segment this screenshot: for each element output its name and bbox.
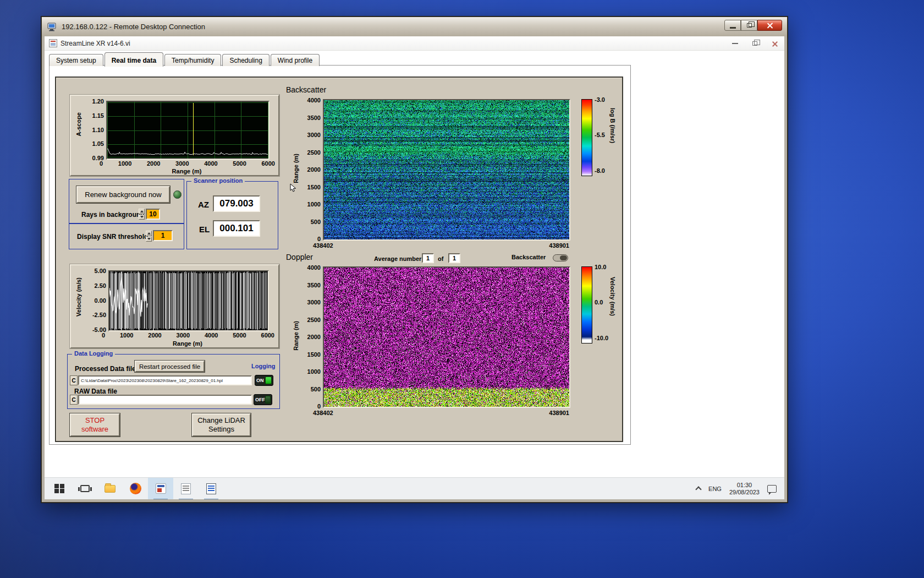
backscatter-y-tick: 2500 [307,150,321,156]
spinner-down-icon[interactable] [146,237,152,242]
scanner-position-title: Scanner position [191,177,245,184]
rdp-close-button[interactable] [757,20,782,31]
doppler-y-tick: 2000 [307,334,321,340]
app-titlebar: StreamLine XR v14-6.vi [45,36,784,51]
ascope-x-tick: 2000 [147,161,160,167]
tab-bar: System setup Real time data Temp/humidit… [49,51,321,66]
velocity-x-tick: 4000 [205,332,218,339]
toggle-on-label: ON [256,378,264,383]
processed-path-field[interactable]: C:\Lidar\Data\Proc\2023\202308\20230829\… [78,375,252,385]
processed-logging-toggle[interactable]: ON [255,375,273,386]
velocity-y-axis: 5.00 2.50 0.00 -2.50 -5.00 [84,268,106,333]
stop-button-line2: software [81,425,108,434]
velocity-x-axis-label: Range (m) [108,340,267,347]
app-title: StreamLine XR v14-6.vi [61,40,130,47]
elevation-value-field[interactable]: 000.101 [213,220,260,237]
backscatter-y-tick: 4000 [307,97,321,103]
velocity-y-axis-label: Velocity (m/s) [75,277,82,317]
azimuth-value-field[interactable]: 079.003 [213,195,260,212]
snr-value-field[interactable]: 1 [153,230,173,241]
processed-drive-button[interactable]: C [70,375,78,385]
doppler-y-axis: 4000 3500 3000 2500 2000 1500 1000 500 0 [299,265,321,410]
task-view-button[interactable] [72,478,97,500]
rays-value-field[interactable]: 10 [146,209,160,220]
doppler-colorbar [581,266,592,343]
spinner-up-icon[interactable] [146,231,152,236]
main-panel: A-scope 1.20 1.15 1.10 1.05 0.99 0 [55,77,623,442]
streamline-app-window: StreamLine XR v14-6.vi System setup Real… [45,36,784,477]
app-close-button[interactable] [772,41,778,47]
data-logging-title: Data Logging [72,350,115,357]
raw-data-file-label: RAW Data file [74,388,117,395]
ascope-x-tick: 0 [100,161,103,167]
snr-spinner[interactable] [146,231,152,242]
velocity-y-tick: -2.50 [92,312,106,318]
renew-background-button[interactable]: Renew background now [76,186,170,203]
change-button-line2: Settings [208,425,234,434]
average-number-field[interactable]: 1 [422,253,434,263]
snr-threshold-box: Display SNR threshold 1 [69,223,184,249]
notification-center-icon[interactable] [767,485,777,493]
doppler-backscatter-toggle[interactable] [553,254,568,261]
tab-scheduling[interactable]: Scheduling [222,54,269,66]
computer-icon [47,23,57,31]
average-total-field[interactable]: 1 [448,253,460,263]
logging-label: Logging [251,363,275,369]
app-minimize-button[interactable] [732,43,738,44]
list-document-icon [206,483,216,494]
tab-real-time-data[interactable]: Real time data [105,52,163,67]
velocity-group: Velocity (m/s) 5.00 2.50 0.00 -2.50 -5.0… [70,264,279,348]
tab-wind-profile[interactable]: Wind profile [271,54,320,66]
doppler-y-tick: 4000 [307,265,321,271]
velocity-y-tick: 2.50 [95,283,106,289]
velocity-y-tick: 0.00 [95,298,106,304]
of-label: of [438,255,443,262]
scan-scheduler-taskbar-button[interactable] [173,478,199,500]
ascope-x-tick: 3000 [175,161,189,167]
ascope-plot [106,101,270,160]
doppler-colorbar-tick: 0.0 [595,299,603,306]
rdp-maximize-button[interactable] [741,20,757,31]
file-explorer-button[interactable] [97,478,123,500]
firefox-button[interactable] [123,478,148,500]
renew-status-led-icon [173,190,182,199]
firefox-icon [130,483,141,494]
stop-button-line1: STOP [85,416,105,425]
ascope-x-axis: 0 1000 2000 3000 4000 5000 6000 [100,161,275,167]
rays-spinner[interactable] [139,209,145,220]
backscatter-colorbar-tick: -5.5 [595,132,605,138]
backscatter-colorbar-tick: -3.0 [595,97,605,103]
backscatter-y-tick: 3000 [307,132,321,138]
language-indicator[interactable]: ENG [708,486,722,492]
doppler-plot [323,266,570,408]
change-lidar-settings-button[interactable]: Change LiDAR Settings [192,413,251,437]
minimize-icon [730,27,736,29]
raw-path-field[interactable] [78,395,252,405]
raw-drive-button[interactable]: C [70,395,78,405]
snr-threshold-label: Display SNR threshold [77,233,148,241]
velocity-x-tick: 6000 [261,332,274,339]
spinner-up-icon[interactable] [139,209,145,214]
taskbar-clock[interactable]: 01:30 29/08/2023 [729,482,760,496]
doppler-y-tick: 3000 [307,299,321,306]
rdp-minimize-button[interactable] [724,20,741,31]
restart-processed-file-button[interactable]: Restart processed file [135,361,205,372]
average-number-label: Average number [374,255,421,262]
streamline-app-taskbar-button[interactable] [148,478,173,500]
system-tray: ENG 01:30 29/08/2023 [696,482,782,496]
doppler-y-tick: 1000 [307,369,321,375]
ascope-x-tick: 4000 [204,161,217,167]
task-view-icon [80,485,90,492]
tab-system-setup[interactable]: System setup [49,54,103,66]
app-restore-button[interactable] [752,41,757,46]
stop-software-button[interactable]: STOP software [70,413,120,437]
raw-logging-toggle[interactable]: OFF [254,394,272,405]
taskbar: ENG 01:30 29/08/2023 [45,477,784,499]
spinner-down-icon[interactable] [139,215,145,220]
log-viewer-taskbar-button[interactable] [199,478,224,500]
hidden-icons-chevron-icon[interactable] [695,486,701,492]
doppler-title: Doppler [286,253,313,261]
backscatter-y-axis: 4000 3500 3000 2500 2000 1500 1000 500 0 [299,97,321,242]
start-button[interactable] [47,478,72,500]
tab-temp-humidity[interactable]: Temp/humidity [164,54,221,66]
